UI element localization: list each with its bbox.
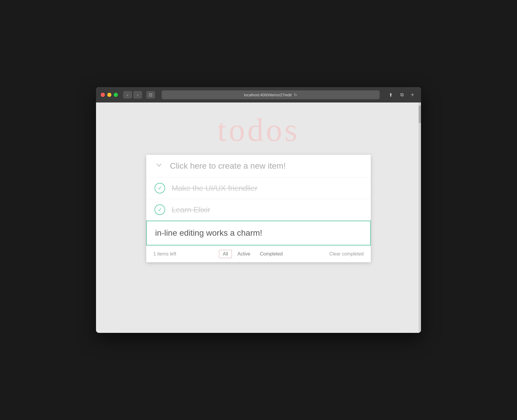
todo-edit-input[interactable] xyxy=(147,221,370,245)
app-title: todos xyxy=(217,111,300,149)
todo-item-2: ✓ Learn Elixir xyxy=(146,199,371,221)
todo-checkbox-2[interactable]: ✓ xyxy=(155,204,165,215)
todo-label-1: Make the UI/UX friendlier xyxy=(172,184,257,193)
todo-label-2: Learn Elixir xyxy=(172,205,210,214)
tabs-button[interactable]: ⧉ xyxy=(397,91,406,99)
checkmark-icon-1: ✓ xyxy=(158,185,162,191)
todo-container: Click here to create a new item! ✓ Make … xyxy=(146,155,371,262)
traffic-lights xyxy=(101,93,118,97)
checkmark-icon-2: ✓ xyxy=(158,206,162,213)
nav-buttons: ‹ › xyxy=(123,91,142,99)
chevron-down-icon xyxy=(155,162,163,170)
clear-completed-button[interactable]: Clear completed xyxy=(329,251,364,257)
filter-completed-button[interactable]: Completed xyxy=(256,250,286,258)
add-tab-icon: + xyxy=(411,92,414,98)
minimize-button[interactable] xyxy=(107,93,111,97)
browser-window: ‹ › ⊡ localhost:4000/items/27/edit ↻ ⬆ ⧉… xyxy=(96,87,421,333)
browser-content: todos Click here to create a new item! ✓… xyxy=(96,102,421,333)
maximize-button[interactable] xyxy=(114,93,118,97)
reload-button[interactable]: ↻ xyxy=(294,93,297,97)
sidebar-icon: ⊡ xyxy=(149,92,152,97)
filter-buttons: All Active Completed xyxy=(219,250,287,258)
todo-editing-row xyxy=(146,221,371,245)
share-icon: ⬆ xyxy=(389,92,393,98)
items-left: 1 items left xyxy=(153,251,176,257)
new-item-row[interactable]: Click here to create a new item! xyxy=(146,155,371,178)
tabs-icon: ⧉ xyxy=(400,92,404,97)
todo-checkbox-1[interactable]: ✓ xyxy=(155,183,165,193)
back-icon: ‹ xyxy=(127,93,128,97)
filter-all-button[interactable]: All xyxy=(219,250,232,258)
back-button[interactable]: ‹ xyxy=(123,91,132,99)
share-button[interactable]: ⬆ xyxy=(386,91,395,99)
toolbar-right: ⬆ ⧉ + xyxy=(386,91,416,99)
filter-active-button[interactable]: Active xyxy=(234,250,254,258)
scrollbar[interactable] xyxy=(419,102,421,333)
close-button[interactable] xyxy=(101,93,105,97)
new-item-placeholder: Click here to create a new item! xyxy=(170,161,286,171)
sidebar-button[interactable]: ⊡ xyxy=(146,91,155,99)
todo-item-1: ✓ Make the UI/UX friendlier xyxy=(146,178,371,199)
forward-button[interactable]: › xyxy=(133,91,142,99)
forward-icon: › xyxy=(137,93,138,97)
scrollbar-thumb[interactable] xyxy=(419,105,421,123)
browser-titlebar: ‹ › ⊡ localhost:4000/items/27/edit ↻ ⬆ ⧉… xyxy=(96,87,421,102)
todo-footer: 1 items left All Active Completed Clear … xyxy=(146,245,371,262)
url-text: localhost:4000/items/27/edit xyxy=(244,93,292,97)
add-tab-button[interactable]: + xyxy=(409,91,416,99)
address-bar[interactable]: localhost:4000/items/27/edit ↻ xyxy=(162,90,380,99)
